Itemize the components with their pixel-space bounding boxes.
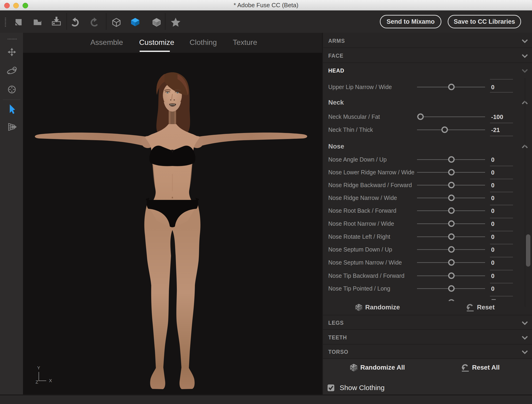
svg-text:Y: Y [37, 366, 40, 370]
svg-text:X: X [49, 378, 52, 383]
svg-text:Z: Z [36, 380, 38, 385]
